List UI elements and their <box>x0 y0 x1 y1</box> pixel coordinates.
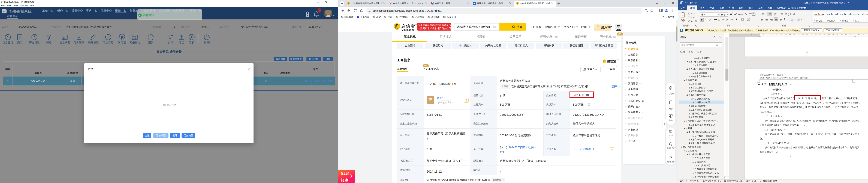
svg-text:Z: Z <box>788 14 789 16</box>
svg-text:W: W <box>3 10 5 13</box>
svg-text:?: ? <box>411 160 412 162</box>
svg-text:GB: GB <box>432 3 434 4</box>
svg-text:0: 0 <box>319 9 320 12</box>
svg-text:3: 3 <box>768 15 768 16</box>
svg-text:?: ? <box>589 104 589 106</box>
